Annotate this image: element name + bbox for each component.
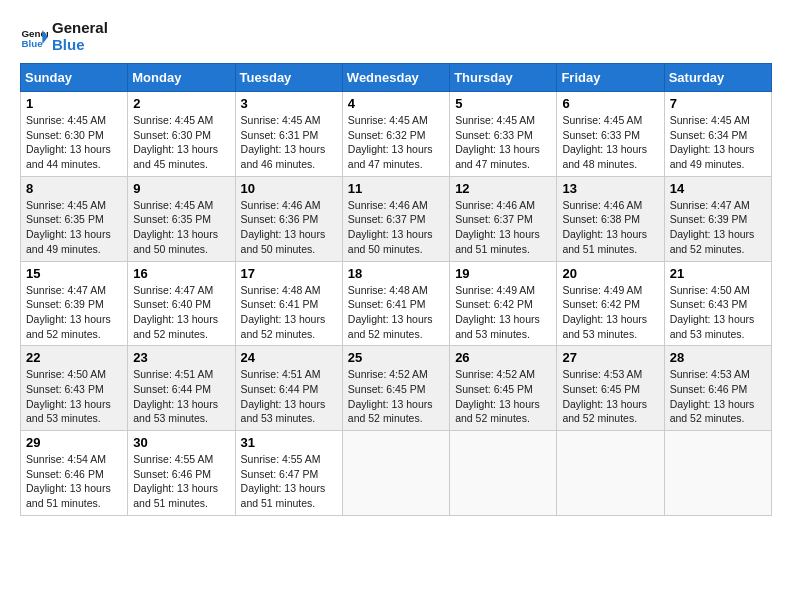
day-info: Sunrise: 4:45 AM Sunset: 6:33 PM Dayligh… [455, 113, 551, 172]
calendar-cell: 12Sunrise: 4:46 AM Sunset: 6:37 PM Dayli… [450, 176, 557, 261]
day-info: Sunrise: 4:46 AM Sunset: 6:37 PM Dayligh… [455, 198, 551, 257]
day-info: Sunrise: 4:45 AM Sunset: 6:30 PM Dayligh… [26, 113, 122, 172]
day-info: Sunrise: 4:46 AM Sunset: 6:36 PM Dayligh… [241, 198, 337, 257]
day-info: Sunrise: 4:50 AM Sunset: 6:43 PM Dayligh… [26, 367, 122, 426]
weekday-header: Saturday [664, 64, 771, 92]
day-number: 26 [455, 350, 551, 365]
calendar-cell: 21Sunrise: 4:50 AM Sunset: 6:43 PM Dayli… [664, 261, 771, 346]
calendar-week-row: 15Sunrise: 4:47 AM Sunset: 6:39 PM Dayli… [21, 261, 772, 346]
calendar-cell: 25Sunrise: 4:52 AM Sunset: 6:45 PM Dayli… [342, 346, 449, 431]
day-number: 20 [562, 266, 658, 281]
day-number: 31 [241, 435, 337, 450]
weekday-header: Wednesday [342, 64, 449, 92]
day-info: Sunrise: 4:52 AM Sunset: 6:45 PM Dayligh… [348, 367, 444, 426]
calendar-cell: 27Sunrise: 4:53 AM Sunset: 6:45 PM Dayli… [557, 346, 664, 431]
calendar-cell: 23Sunrise: 4:51 AM Sunset: 6:44 PM Dayli… [128, 346, 235, 431]
weekday-header: Tuesday [235, 64, 342, 92]
page-header: General Blue General Blue [20, 20, 772, 53]
calendar-cell: 22Sunrise: 4:50 AM Sunset: 6:43 PM Dayli… [21, 346, 128, 431]
day-number: 24 [241, 350, 337, 365]
day-info: Sunrise: 4:46 AM Sunset: 6:38 PM Dayligh… [562, 198, 658, 257]
calendar-cell: 26Sunrise: 4:52 AM Sunset: 6:45 PM Dayli… [450, 346, 557, 431]
day-info: Sunrise: 4:55 AM Sunset: 6:46 PM Dayligh… [133, 452, 229, 511]
day-info: Sunrise: 4:50 AM Sunset: 6:43 PM Dayligh… [670, 283, 766, 342]
calendar-cell: 29Sunrise: 4:54 AM Sunset: 6:46 PM Dayli… [21, 431, 128, 516]
calendar-cell: 14Sunrise: 4:47 AM Sunset: 6:39 PM Dayli… [664, 176, 771, 261]
day-info: Sunrise: 4:47 AM Sunset: 6:39 PM Dayligh… [26, 283, 122, 342]
calendar-cell: 17Sunrise: 4:48 AM Sunset: 6:41 PM Dayli… [235, 261, 342, 346]
day-info: Sunrise: 4:45 AM Sunset: 6:34 PM Dayligh… [670, 113, 766, 172]
logo-general: General [52, 19, 108, 36]
weekday-header: Friday [557, 64, 664, 92]
logo-blue: Blue [52, 36, 85, 53]
calendar-cell: 7Sunrise: 4:45 AM Sunset: 6:34 PM Daylig… [664, 92, 771, 177]
day-info: Sunrise: 4:45 AM Sunset: 6:33 PM Dayligh… [562, 113, 658, 172]
calendar-cell: 9Sunrise: 4:45 AM Sunset: 6:35 PM Daylig… [128, 176, 235, 261]
calendar-cell [450, 431, 557, 516]
calendar-cell [664, 431, 771, 516]
weekday-header: Thursday [450, 64, 557, 92]
day-number: 17 [241, 266, 337, 281]
calendar-week-row: 8Sunrise: 4:45 AM Sunset: 6:35 PM Daylig… [21, 176, 772, 261]
day-number: 21 [670, 266, 766, 281]
day-number: 6 [562, 96, 658, 111]
calendar-cell: 16Sunrise: 4:47 AM Sunset: 6:40 PM Dayli… [128, 261, 235, 346]
day-info: Sunrise: 4:48 AM Sunset: 6:41 PM Dayligh… [241, 283, 337, 342]
day-number: 11 [348, 181, 444, 196]
day-number: 5 [455, 96, 551, 111]
day-info: Sunrise: 4:47 AM Sunset: 6:39 PM Dayligh… [670, 198, 766, 257]
day-info: Sunrise: 4:45 AM Sunset: 6:35 PM Dayligh… [133, 198, 229, 257]
day-number: 15 [26, 266, 122, 281]
day-number: 16 [133, 266, 229, 281]
calendar-cell [342, 431, 449, 516]
logo-icon: General Blue [20, 23, 48, 51]
day-number: 13 [562, 181, 658, 196]
day-number: 8 [26, 181, 122, 196]
weekday-header: Monday [128, 64, 235, 92]
calendar-cell: 30Sunrise: 4:55 AM Sunset: 6:46 PM Dayli… [128, 431, 235, 516]
calendar-cell [557, 431, 664, 516]
day-number: 22 [26, 350, 122, 365]
day-info: Sunrise: 4:51 AM Sunset: 6:44 PM Dayligh… [133, 367, 229, 426]
calendar-cell: 15Sunrise: 4:47 AM Sunset: 6:39 PM Dayli… [21, 261, 128, 346]
calendar-cell: 31Sunrise: 4:55 AM Sunset: 6:47 PM Dayli… [235, 431, 342, 516]
day-number: 30 [133, 435, 229, 450]
day-number: 3 [241, 96, 337, 111]
calendar-cell: 3Sunrise: 4:45 AM Sunset: 6:31 PM Daylig… [235, 92, 342, 177]
day-info: Sunrise: 4:54 AM Sunset: 6:46 PM Dayligh… [26, 452, 122, 511]
day-info: Sunrise: 4:45 AM Sunset: 6:30 PM Dayligh… [133, 113, 229, 172]
day-info: Sunrise: 4:48 AM Sunset: 6:41 PM Dayligh… [348, 283, 444, 342]
day-number: 29 [26, 435, 122, 450]
day-number: 25 [348, 350, 444, 365]
day-info: Sunrise: 4:53 AM Sunset: 6:45 PM Dayligh… [562, 367, 658, 426]
calendar-week-row: 1Sunrise: 4:45 AM Sunset: 6:30 PM Daylig… [21, 92, 772, 177]
calendar-week-row: 22Sunrise: 4:50 AM Sunset: 6:43 PM Dayli… [21, 346, 772, 431]
day-info: Sunrise: 4:49 AM Sunset: 6:42 PM Dayligh… [562, 283, 658, 342]
day-info: Sunrise: 4:52 AM Sunset: 6:45 PM Dayligh… [455, 367, 551, 426]
calendar-cell: 24Sunrise: 4:51 AM Sunset: 6:44 PM Dayli… [235, 346, 342, 431]
calendar-table: SundayMondayTuesdayWednesdayThursdayFrid… [20, 63, 772, 516]
day-number: 1 [26, 96, 122, 111]
calendar-cell: 6Sunrise: 4:45 AM Sunset: 6:33 PM Daylig… [557, 92, 664, 177]
day-number: 9 [133, 181, 229, 196]
day-number: 23 [133, 350, 229, 365]
day-number: 12 [455, 181, 551, 196]
day-number: 2 [133, 96, 229, 111]
calendar-cell: 18Sunrise: 4:48 AM Sunset: 6:41 PM Dayli… [342, 261, 449, 346]
day-info: Sunrise: 4:49 AM Sunset: 6:42 PM Dayligh… [455, 283, 551, 342]
calendar-cell: 10Sunrise: 4:46 AM Sunset: 6:36 PM Dayli… [235, 176, 342, 261]
day-info: Sunrise: 4:51 AM Sunset: 6:44 PM Dayligh… [241, 367, 337, 426]
calendar-cell: 4Sunrise: 4:45 AM Sunset: 6:32 PM Daylig… [342, 92, 449, 177]
calendar-cell: 8Sunrise: 4:45 AM Sunset: 6:35 PM Daylig… [21, 176, 128, 261]
weekday-header: Sunday [21, 64, 128, 92]
day-info: Sunrise: 4:55 AM Sunset: 6:47 PM Dayligh… [241, 452, 337, 511]
day-number: 7 [670, 96, 766, 111]
calendar-cell: 2Sunrise: 4:45 AM Sunset: 6:30 PM Daylig… [128, 92, 235, 177]
calendar-cell: 1Sunrise: 4:45 AM Sunset: 6:30 PM Daylig… [21, 92, 128, 177]
calendar-cell: 19Sunrise: 4:49 AM Sunset: 6:42 PM Dayli… [450, 261, 557, 346]
calendar-cell: 28Sunrise: 4:53 AM Sunset: 6:46 PM Dayli… [664, 346, 771, 431]
calendar-cell: 13Sunrise: 4:46 AM Sunset: 6:38 PM Dayli… [557, 176, 664, 261]
svg-text:Blue: Blue [21, 37, 43, 48]
day-number: 27 [562, 350, 658, 365]
calendar-cell: 5Sunrise: 4:45 AM Sunset: 6:33 PM Daylig… [450, 92, 557, 177]
